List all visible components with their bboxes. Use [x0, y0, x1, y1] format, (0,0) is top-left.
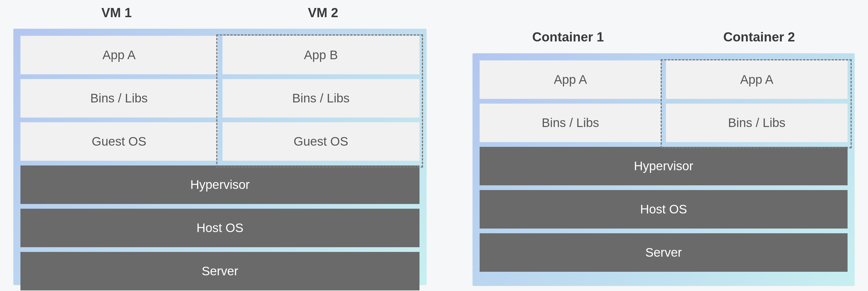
vm-hypervisor-row: Hypervisor — [21, 165, 420, 204]
container-hostos-row: Host OS — [479, 190, 847, 229]
container1-app-box: App A — [479, 60, 661, 99]
container1-bins-box: Bins / Libs — [479, 104, 661, 142]
vm2-bins-box: Bins / Libs — [222, 79, 420, 118]
container2-app-box: App A — [666, 60, 847, 99]
container-architecture-panel: App A App A Bins / Libs Bins / Libs Hype… — [472, 53, 855, 286]
container-server-row: Server — [479, 233, 847, 272]
vm2-header: VM 2 — [220, 5, 426, 20]
vm-upper-grid: App A App B Bins / Libs Bins / Libs Gues… — [21, 36, 420, 161]
vm-base-stack: Hypervisor Host OS Server — [21, 165, 420, 290]
container1-header: Container 1 — [472, 30, 663, 44]
vm1-header: VM 1 — [13, 5, 220, 20]
vm-hostos-row: Host OS — [21, 209, 420, 247]
vm1-bins-box: Bins / Libs — [21, 79, 218, 118]
container2-bins-box: Bins / Libs — [666, 104, 847, 142]
vm2-app-box: App B — [222, 36, 420, 74]
container-hypervisor-row: Hypervisor — [479, 147, 847, 185]
vm-architecture-panel: App A App B Bins / Libs Bins / Libs Gues… — [13, 29, 427, 285]
container-base-stack: Hypervisor Host OS Server — [479, 147, 847, 272]
container-upper-grid: App A App A Bins / Libs Bins / Libs — [479, 60, 847, 142]
vm1-app-box: App A — [21, 36, 218, 74]
container2-header: Container 2 — [663, 30, 855, 44]
vm1-guestos-box: Guest OS — [21, 122, 218, 161]
vm2-guestos-box: Guest OS — [222, 122, 420, 161]
vm-server-row: Server — [21, 252, 420, 290]
